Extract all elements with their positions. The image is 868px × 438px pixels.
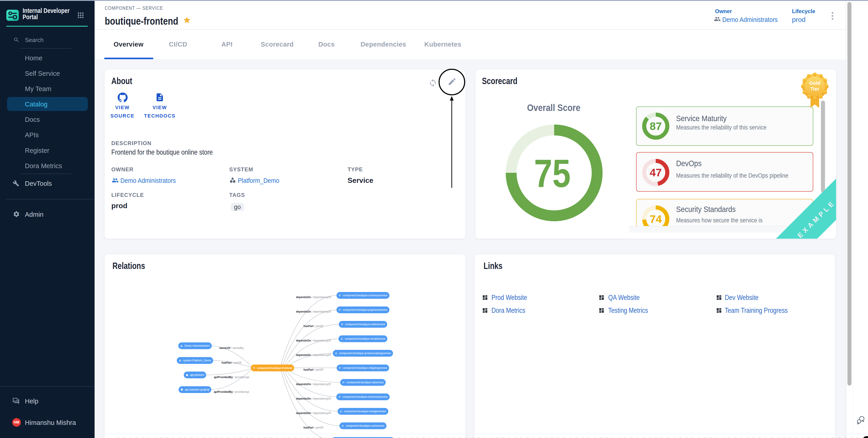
svg-text:74: 74 — [650, 213, 662, 225]
svg-text:47: 47 — [650, 167, 662, 178]
svg-text:?: ? — [14, 398, 16, 401]
svg-text:Tier: Tier — [810, 86, 819, 92]
svg-text:Gold: Gold — [809, 80, 820, 86]
svg-text:87: 87 — [650, 120, 662, 132]
svg-text:75: 75 — [534, 151, 571, 195]
